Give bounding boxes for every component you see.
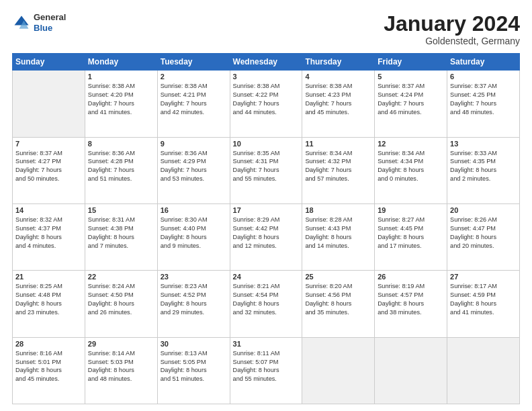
cell-content: Sunrise: 8:34 AMSunset: 4:32 PMDaylight:… (305, 149, 371, 184)
calendar-cell: 8Sunrise: 8:36 AMSunset: 4:28 PMDaylight… (85, 137, 157, 203)
day-number: 13 (450, 140, 517, 148)
day-number: 18 (305, 206, 371, 214)
cell-content: Sunrise: 8:38 AMSunset: 4:20 PMDaylight:… (88, 82, 154, 117)
calendar-cell: 20Sunrise: 8:26 AMSunset: 4:47 PMDayligh… (447, 203, 520, 270)
day-number: 14 (15, 206, 82, 214)
header: General Blue January 2024 Goldenstedt, G… (12, 12, 520, 46)
col-header-thursday: Thursday (302, 54, 375, 71)
cell-content: Sunrise: 8:24 AMSunset: 4:50 PMDaylight:… (88, 282, 154, 317)
day-number: 23 (161, 273, 227, 281)
day-number: 27 (450, 273, 517, 281)
calendar-cell (302, 337, 375, 404)
calendar-cell: 30Sunrise: 8:13 AMSunset: 5:05 PMDayligh… (157, 337, 230, 404)
calendar-cell: 13Sunrise: 8:33 AMSunset: 4:35 PMDayligh… (447, 137, 520, 203)
col-header-friday: Friday (375, 54, 447, 71)
cell-content: Sunrise: 8:38 AMSunset: 4:23 PMDaylight:… (305, 82, 371, 117)
calendar-cell: 21Sunrise: 8:25 AMSunset: 4:48 PMDayligh… (13, 271, 85, 337)
calendar-cell (375, 337, 447, 404)
logo-icon (12, 13, 31, 32)
calendar-week-2: 7Sunrise: 8:37 AMSunset: 4:27 PMDaylight… (13, 137, 520, 203)
cell-content: Sunrise: 8:36 AMSunset: 4:29 PMDaylight:… (161, 149, 227, 184)
calendar-cell: 31Sunrise: 8:11 AMSunset: 5:07 PMDayligh… (230, 337, 302, 404)
calendar-cell: 28Sunrise: 8:16 AMSunset: 5:01 PMDayligh… (13, 337, 85, 404)
day-number: 28 (15, 340, 82, 348)
cell-content: Sunrise: 8:38 AMSunset: 4:22 PMDaylight:… (233, 82, 300, 117)
cell-content: Sunrise: 8:20 AMSunset: 4:56 PMDaylight:… (305, 282, 371, 317)
calendar-cell: 14Sunrise: 8:32 AMSunset: 4:37 PMDayligh… (13, 203, 85, 270)
cell-content: Sunrise: 8:26 AMSunset: 4:47 PMDaylight:… (450, 216, 517, 250)
day-number: 11 (305, 140, 371, 148)
day-number: 22 (88, 273, 154, 281)
month-title: January 2024 (384, 12, 520, 36)
day-number: 1 (88, 73, 154, 81)
calendar-cell: 11Sunrise: 8:34 AMSunset: 4:32 PMDayligh… (302, 137, 375, 203)
cell-content: Sunrise: 8:28 AMSunset: 4:43 PMDaylight:… (305, 216, 371, 250)
calendar-week-5: 28Sunrise: 8:16 AMSunset: 5:01 PMDayligh… (13, 337, 520, 404)
day-number: 30 (161, 340, 227, 348)
calendar-cell: 27Sunrise: 8:17 AMSunset: 4:59 PMDayligh… (447, 271, 520, 337)
calendar-week-1: 1Sunrise: 8:38 AMSunset: 4:20 PMDaylight… (13, 71, 520, 137)
calendar-cell: 9Sunrise: 8:36 AMSunset: 4:29 PMDaylight… (157, 137, 230, 203)
calendar-cell: 26Sunrise: 8:19 AMSunset: 4:57 PMDayligh… (375, 271, 447, 337)
day-number: 10 (233, 140, 300, 148)
cell-content: Sunrise: 8:23 AMSunset: 4:52 PMDaylight:… (161, 282, 227, 317)
day-number: 3 (233, 73, 300, 81)
cell-content: Sunrise: 8:35 AMSunset: 4:31 PMDaylight:… (233, 149, 300, 184)
col-header-saturday: Saturday (447, 54, 520, 71)
day-number: 20 (450, 206, 517, 214)
day-number: 15 (88, 206, 154, 214)
cell-content: Sunrise: 8:17 AMSunset: 4:59 PMDaylight:… (450, 282, 517, 317)
calendar-week-3: 14Sunrise: 8:32 AMSunset: 4:37 PMDayligh… (13, 203, 520, 270)
day-number: 7 (15, 140, 82, 148)
day-number: 5 (378, 73, 444, 81)
calendar-cell (447, 337, 520, 404)
day-number: 12 (378, 140, 444, 148)
calendar-week-4: 21Sunrise: 8:25 AMSunset: 4:48 PMDayligh… (13, 271, 520, 337)
day-number: 4 (305, 73, 371, 81)
calendar-cell: 19Sunrise: 8:27 AMSunset: 4:45 PMDayligh… (375, 203, 447, 270)
day-number: 17 (233, 206, 300, 214)
cell-content: Sunrise: 8:21 AMSunset: 4:54 PMDaylight:… (233, 282, 300, 317)
cell-content: Sunrise: 8:13 AMSunset: 5:05 PMDaylight:… (161, 349, 227, 384)
page: General Blue January 2024 Goldenstedt, G… (0, 0, 532, 411)
cell-content: Sunrise: 8:30 AMSunset: 4:40 PMDaylight:… (161, 216, 227, 250)
logo-text: General Blue (34, 12, 66, 33)
day-number: 21 (15, 273, 82, 281)
calendar-cell: 22Sunrise: 8:24 AMSunset: 4:50 PMDayligh… (85, 271, 157, 337)
cell-content: Sunrise: 8:36 AMSunset: 4:28 PMDaylight:… (88, 149, 154, 184)
calendar-cell: 7Sunrise: 8:37 AMSunset: 4:27 PMDaylight… (13, 137, 85, 203)
col-header-sunday: Sunday (13, 54, 85, 71)
day-number: 16 (161, 206, 227, 214)
cell-content: Sunrise: 8:25 AMSunset: 4:48 PMDaylight:… (15, 282, 82, 317)
calendar-cell: 12Sunrise: 8:34 AMSunset: 4:34 PMDayligh… (375, 137, 447, 203)
cell-content: Sunrise: 8:32 AMSunset: 4:37 PMDaylight:… (15, 216, 82, 250)
cell-content: Sunrise: 8:29 AMSunset: 4:42 PMDaylight:… (233, 216, 300, 250)
day-number: 2 (161, 73, 227, 81)
cell-content: Sunrise: 8:34 AMSunset: 4:34 PMDaylight:… (378, 149, 444, 184)
calendar-cell: 2Sunrise: 8:38 AMSunset: 4:21 PMDaylight… (157, 71, 230, 137)
calendar-cell: 4Sunrise: 8:38 AMSunset: 4:23 PMDaylight… (302, 71, 375, 137)
day-number: 9 (161, 140, 227, 148)
day-number: 26 (378, 273, 444, 281)
calendar-cell: 18Sunrise: 8:28 AMSunset: 4:43 PMDayligh… (302, 203, 375, 270)
calendar-table: SundayMondayTuesdayWednesdayThursdayFrid… (12, 53, 520, 404)
cell-content: Sunrise: 8:37 AMSunset: 4:24 PMDaylight:… (378, 82, 444, 117)
col-header-tuesday: Tuesday (157, 54, 230, 71)
calendar-cell: 1Sunrise: 8:38 AMSunset: 4:20 PMDaylight… (85, 71, 157, 137)
cell-content: Sunrise: 8:16 AMSunset: 5:01 PMDaylight:… (15, 349, 82, 384)
calendar-cell: 24Sunrise: 8:21 AMSunset: 4:54 PMDayligh… (230, 271, 302, 337)
day-number: 25 (305, 273, 371, 281)
day-number: 31 (233, 340, 300, 348)
col-header-wednesday: Wednesday (230, 54, 302, 71)
day-number: 24 (233, 273, 300, 281)
calendar-cell: 10Sunrise: 8:35 AMSunset: 4:31 PMDayligh… (230, 137, 302, 203)
title-block: January 2024 Goldenstedt, Germany (384, 12, 520, 46)
cell-content: Sunrise: 8:27 AMSunset: 4:45 PMDaylight:… (378, 216, 444, 250)
calendar-cell: 17Sunrise: 8:29 AMSunset: 4:42 PMDayligh… (230, 203, 302, 270)
calendar-cell: 29Sunrise: 8:14 AMSunset: 5:03 PMDayligh… (85, 337, 157, 404)
calendar-cell: 16Sunrise: 8:30 AMSunset: 4:40 PMDayligh… (157, 203, 230, 270)
col-header-monday: Monday (85, 54, 157, 71)
cell-content: Sunrise: 8:37 AMSunset: 4:27 PMDaylight:… (15, 149, 82, 184)
location-subtitle: Goldenstedt, Germany (384, 36, 520, 46)
logo-general: General (34, 12, 66, 23)
